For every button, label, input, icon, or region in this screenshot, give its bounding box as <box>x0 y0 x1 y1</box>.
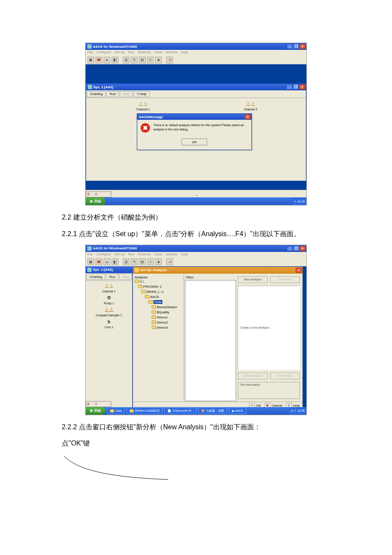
toolbar-btn-4[interactable]: ◧ <box>112 57 118 64</box>
tree-aace[interactable]: AACE <box>150 295 159 299</box>
tab-help[interactable]: ?Help <box>133 91 149 97</box>
toolbar-btn-7[interactable]: ▤ <box>139 57 146 64</box>
menu-setup[interactable]: Set Up <box>115 252 125 257</box>
system-window-icon <box>87 268 92 272</box>
device-channel-1[interactable]: ⏃⏃ Channel 1 <box>136 101 150 111</box>
close-button[interactable]: × <box>300 44 306 49</box>
toolbar-btn-3[interactable]: ▲ <box>104 57 110 64</box>
tree-demo1[interactable]: Demo1 <box>157 315 168 319</box>
toolbar-btn-8[interactable]: ≡ <box>147 258 154 265</box>
tab-charting[interactable]: Charting <box>86 274 105 280</box>
toolbar-btn-5[interactable]: 🖨 <box>123 258 130 265</box>
toolbar-btn-6[interactable]: ✎ <box>131 57 138 64</box>
menu-setup[interactable]: Set Up <box>115 50 125 55</box>
device-channel-1[interactable]: ⏃⏃Channel 1 <box>87 283 130 293</box>
tree-demo2[interactable]: Demo2 <box>157 321 168 324</box>
tree-autodilution[interactable]: $AutoDilution <box>157 305 177 309</box>
tree-data-selected[interactable]: Data <box>153 300 162 304</box>
toolbar-btn-1[interactable]: ▦ <box>87 258 94 265</box>
menu-retrieve[interactable]: Retrieve <box>138 50 151 55</box>
message-close-button[interactable]: × <box>245 114 251 119</box>
toolbar-btn-exit[interactable]: ⇥ <box>166 258 173 265</box>
toolbar-btn-1[interactable]: ▦ <box>87 57 94 64</box>
toolbar-btn-2[interactable]: ☎ <box>95 258 102 265</box>
app-titlebar-2: AACE for WindowsNT/2000 _ ❐ × <box>86 245 306 252</box>
message-text: There is no default analysis defined for… <box>153 123 248 132</box>
toolbar-btn-6[interactable]: ✎ <box>131 258 138 265</box>
toolbar-btn-9[interactable]: ◈ <box>155 57 162 64</box>
sys-close-button[interactable]: × <box>299 84 305 90</box>
setup-analysis-dialog: Set Up: Analysis × Analysis: C:\ PROGRA~… <box>133 266 303 407</box>
app-title: AACE for WindowsNT/2000 <box>93 45 287 49</box>
menu-configure[interactable]: Configure <box>96 50 111 55</box>
setup-title: Set Up: Analysis <box>140 268 296 272</box>
menu-window[interactable]: Window <box>165 50 177 55</box>
task-paint[interactable]: 🎨无标题 - 画图 <box>198 408 227 414</box>
close-button[interactable]: × <box>300 246 306 251</box>
channel-icon: ⏃⏃ <box>139 101 147 107</box>
channel-icon: ⏃⏃ <box>105 283 113 289</box>
menu-window[interactable]: Window <box>165 252 177 257</box>
channel-2-label: Channel 2 <box>244 108 257 111</box>
menu-file[interactable]: File <box>87 252 93 257</box>
task-aace[interactable]: ◆AACE <box>229 408 246 414</box>
system-window-2: Sys. 1 [AA3] Charting Run Stop ? ⏃⏃Chann… <box>86 266 133 407</box>
toolbar-btn-3[interactable]: ▲ <box>104 258 110 265</box>
ime-bar[interactable]: 英 ・ 大 <box>86 191 111 197</box>
toolbar-btn-8[interactable]: ≡ <box>147 57 154 64</box>
tab-run[interactable]: Run <box>106 274 118 280</box>
task-data[interactable]: Data <box>107 408 125 414</box>
tab-charting[interactable]: Charting <box>87 91 106 97</box>
menubar[interactable]: File Configure Set Up Run Retrieve Tools… <box>86 50 306 56</box>
task-msoffice[interactable]: 📄3 Microsoft Of... <box>164 408 196 414</box>
folder-tree[interactable]: C:\ PROGRA~1 BRAN_L~1 AACE Data $AutoDil… <box>135 279 182 330</box>
menu-help[interactable]: Help <box>181 252 188 257</box>
menu-run[interactable]: Run <box>128 252 135 257</box>
device-channel-2[interactable]: ⏃⏃ Channel 2 <box>244 101 257 111</box>
start-button[interactable]: ⊞开始 <box>86 197 105 205</box>
message-title: AACEMessage <box>139 115 245 119</box>
ime-bar-2[interactable]: 英 ・ 大 <box>86 401 111 407</box>
toolbar-btn-5[interactable]: 🖨 <box>123 57 130 64</box>
menubar-2[interactable]: File Configure Set Up Run Retrieve Tools… <box>86 252 306 258</box>
menu-retrieve[interactable]: Retrieve <box>138 252 151 257</box>
tree-bran[interactable]: BRAN_L~1 <box>147 290 164 294</box>
menu-tools[interactable]: Tools <box>154 50 162 55</box>
task-bran[interactable]: BRAN+LUEBBE堂 <box>127 408 163 414</box>
tree-progra[interactable]: PROGRA~1 <box>143 285 162 289</box>
device-pump-1[interactable]: ⚙Pump 1 <box>87 295 130 305</box>
minimize-button[interactable]: _ <box>287 44 293 49</box>
tree-demo3[interactable]: Demo3 <box>157 326 168 330</box>
toolbar-btn-4[interactable]: ◧ <box>112 258 118 265</box>
system-tabs-2: Charting Run Stop ? <box>86 273 133 281</box>
system-tabs: Charting Run Stop ?Help <box>86 90 306 98</box>
setup-close-button[interactable]: × <box>296 268 302 273</box>
tab-stop: Stop <box>119 274 132 280</box>
tab-run[interactable]: Run <box>107 91 119 97</box>
start-button-2[interactable]: ⊞开始 <box>86 407 105 415</box>
minimize-button[interactable]: _ <box>287 246 293 251</box>
paragraph-2-2: 2.2 建立分析文件（硝酸盐为例） <box>62 211 330 224</box>
delete-run-button: Delete Run <box>270 373 300 379</box>
sys-maximize-button[interactable]: ❐ <box>293 84 299 90</box>
maximize-button[interactable]: ❐ <box>293 44 299 49</box>
menu-tools[interactable]: Tools <box>154 252 162 257</box>
toolbar-btn-7[interactable]: ▤ <box>139 258 146 265</box>
message-ok-button[interactable]: OK <box>182 139 207 145</box>
toolbar-btn-9[interactable]: ◈ <box>155 258 162 265</box>
menu-file[interactable]: File <box>87 50 93 55</box>
new-analysis-button[interactable]: New Analysis <box>238 276 268 283</box>
toolbar-btn-2[interactable]: ☎ <box>95 57 102 64</box>
paragraph-2-2-2: 2.2.2 点击窗口右侧按钮"新分析（New Analysis）"出现如下画面： <box>62 421 330 434</box>
maximize-button[interactable]: ❐ <box>293 246 299 251</box>
device-sampler[interactable]: ⏃⏃Compact Sampler 1 <box>87 306 130 317</box>
toolbar-btn-exit[interactable]: ⇥ <box>166 57 173 64</box>
menu-help[interactable]: Help <box>181 50 188 55</box>
menu-configure[interactable]: Configure <box>96 252 111 257</box>
device-com[interactable]: 🖱Com 1 <box>87 318 130 329</box>
files-list[interactable] <box>185 280 236 401</box>
menu-run[interactable]: Run <box>128 50 135 55</box>
tree-c[interactable]: C:\ <box>140 280 144 283</box>
sys-minimize-button[interactable]: _ <box>286 84 292 90</box>
tree-quality[interactable]: $Quality <box>157 310 169 314</box>
